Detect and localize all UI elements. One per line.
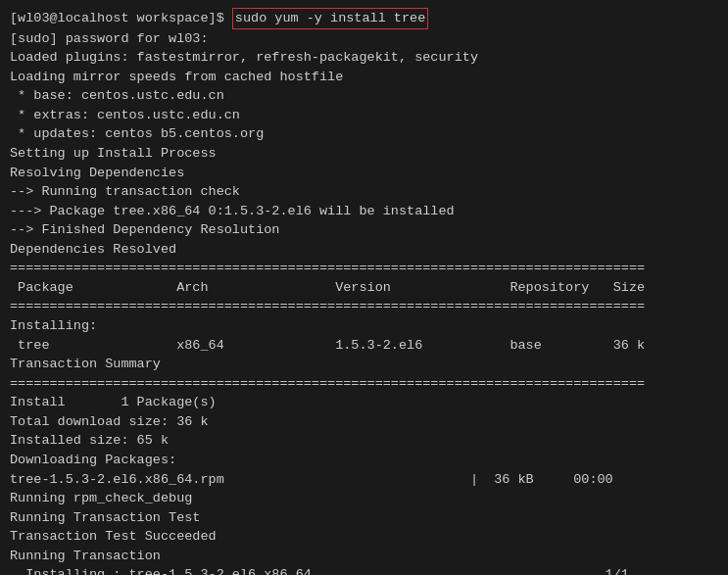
terminal-line: --> Finished Dependency Resolution — [10, 220, 718, 240]
terminal-line: Dependencies Resolved — [10, 240, 718, 260]
terminal-line: Package Arch Version Repository Size — [10, 278, 718, 298]
terminal-line: ========================================… — [10, 297, 718, 316]
terminal-line: ========================================… — [10, 259, 718, 278]
prompt-text: [wl03@localhost workspace]$ — [10, 9, 232, 28]
terminal-output: [sudo] password for wl03:Loaded plugins:… — [10, 29, 718, 575]
terminal-line: Resolving Dependencies — [10, 164, 718, 183]
terminal-line: Running Transaction Test — [10, 508, 718, 528]
terminal-line: Loading mirror speeds from cached hostfi… — [10, 68, 718, 87]
terminal-line: Install 1 Package(s) — [10, 393, 718, 412]
terminal-line: Transaction Summary — [10, 355, 718, 374]
command-text: sudo yum -y install tree — [232, 8, 428, 29]
terminal-line: Setting up Install Process — [10, 144, 718, 164]
terminal-line: Loaded plugins: fastestmirror, refresh-p… — [10, 48, 718, 68]
terminal-line: tree-1.5.3-2.el6.x86_64.rpm | 36 kB 00:0… — [10, 470, 718, 490]
terminal-line: Transaction Test Succeeded — [10, 527, 718, 547]
terminal-line: * base: centos.ustc.edu.cn — [10, 86, 718, 106]
terminal-line: * extras: centos.ustc.edu.cn — [10, 106, 718, 125]
terminal-line: Running Transaction — [10, 547, 718, 566]
terminal-line: [sudo] password for wl03: — [10, 29, 718, 49]
terminal-line: Total download size: 36 k — [10, 412, 718, 432]
terminal-line: Installing : tree-1.5.3-2.el6.x86_64 1/1 — [10, 565, 718, 575]
terminal-line: * updates: centos b5.centos.org — [10, 124, 718, 144]
terminal-window[interactable]: [wl03@localhost workspace]$ sudo yum -y … — [0, 0, 728, 575]
terminal-line: Running rpm_check_debug — [10, 489, 718, 508]
terminal-line: --> Running transaction check — [10, 182, 718, 202]
terminal-line: ---> Package tree.x86_64 0:1.5.3-2.el6 w… — [10, 202, 718, 221]
command-line: [wl03@localhost workspace]$ sudo yum -y … — [10, 8, 718, 29]
terminal-line: Installed size: 65 k — [10, 431, 718, 451]
terminal-line: ========================================… — [10, 374, 718, 394]
terminal-line: Installing: — [10, 316, 718, 336]
terminal-line: Downloading Packages: — [10, 451, 718, 470]
terminal-line: tree x86_64 1.5.3-2.el6 base 36 k — [10, 336, 718, 356]
